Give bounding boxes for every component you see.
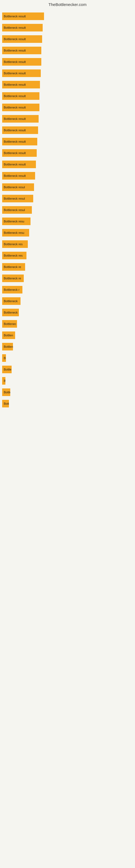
bar-row: Bottleneck res [2,239,135,250]
bar-label: Bottleneck re [4,277,21,280]
bottleneck-bar[interactable]: Bottleneck res [2,240,28,248]
bar-row: Bottleneck result [2,136,135,147]
bar-row: Bottleneck re [2,261,135,273]
bar-label: Bottleneck res [4,254,23,257]
bottleneck-bar[interactable]: Bottleneck result [2,58,41,66]
bar-label: Bottleneck resul [4,186,25,189]
bar-row: Bottleneck re [2,273,135,284]
bar-label: Bottleneck [4,300,17,303]
bar-row: Bottleneck result [2,22,135,33]
bottleneck-bar[interactable]: Bottleneck resu [2,229,29,237]
bar-row: Bottleneck result [2,90,135,102]
bottleneck-bar[interactable]: B [2,354,6,362]
bar-row: Bottlenec [2,318,135,330]
bar-row: Bottleneck result [2,79,135,90]
bar-row: Bottleneck r [2,284,135,296]
bottleneck-bar[interactable]: Bottleneck re [2,275,24,282]
bar-label: Bottlen [4,345,13,348]
bar-label: Bottleneck result [4,129,26,132]
bar-label: Bott [4,402,9,405]
bar-row: Bottleneck result [2,45,135,56]
bar-row: Bottleneck resul [2,204,135,216]
bottleneck-bar[interactable]: Bottleneck result [2,126,38,134]
bar-label: Bottleneck resul [4,197,25,200]
bar-label: Bottleneck result [4,174,26,177]
bar-label: Bottleneck result [4,49,26,52]
bar-label: Bottleneck [4,311,17,314]
bar-label: Bottleneck result [4,26,26,29]
bar-row: Bottle [2,386,135,398]
bar-row: Bottleneck resul [2,182,135,193]
bar-row: Bottleneck result [2,33,135,45]
bottleneck-bar[interactable]: Bottleneck result [2,12,44,20]
bar-label: Bottlenec [4,322,16,326]
bar-label: Bottleneck result [4,163,26,166]
bar-label: B [4,379,5,382]
bottleneck-bar[interactable]: Bottleneck resul [2,195,33,203]
bar-row: Bottle [2,364,135,375]
bar-label: Bottleneck result [4,37,26,41]
bar-row: Bottleneck result [2,170,135,182]
bar-row: B [2,375,135,386]
bar-label: Bottleneck result [4,72,26,75]
bottleneck-bar[interactable]: Bottleneck [2,297,20,305]
bottleneck-bar[interactable]: Bottleneck result [2,92,39,100]
bottleneck-bar[interactable]: Bott [2,400,9,407]
bar-row: Bottleneck [2,307,135,318]
bar-label: Bottle [4,368,11,371]
site-header: TheBottlenecker.com [0,0,135,8]
bottleneck-bar[interactable]: Bottleneck result [2,81,40,88]
bottleneck-bar[interactable]: Bottleneck r [2,286,22,293]
bar-row: Bottlen [2,341,135,352]
bar-row: Bott [2,398,135,409]
bar-label: Bottleneck result [4,140,26,143]
bars-container: Bottleneck resultBottleneck resultBottle… [0,8,135,409]
bottleneck-bar[interactable]: Bottleneck re [2,263,25,271]
bar-row: Bottleneck result [2,159,135,170]
bar-row: Bottleneck resu [2,227,135,239]
bar-row: Bottleneck result [2,113,135,124]
bottleneck-bar[interactable]: Bottleneck result [2,46,41,54]
bottleneck-bar[interactable]: Bottleneck res [2,252,27,259]
bottleneck-bar[interactable]: Bottleneck result [2,161,36,168]
bar-label: Bottleneck result [4,60,26,63]
bar-label: Bottleneck result [4,117,26,120]
bottleneck-bar[interactable]: Bottleneck resu [2,218,31,225]
bottleneck-bar[interactable]: Bottleneck result [2,172,35,180]
bar-row: Bottlen [2,330,135,341]
site-title: TheBottlenecker.com [0,0,135,8]
bottleneck-bar[interactable]: Bottleneck [2,309,19,316]
bottleneck-bar[interactable]: Bottleneck result [2,104,39,111]
bar-row: B [2,352,135,364]
bottleneck-bar[interactable]: Bottleneck result [2,138,37,145]
bar-label: Bottle [4,391,10,394]
bar-row: Bottleneck resul [2,193,135,204]
bar-row: Bottleneck result [2,102,135,113]
bottleneck-bar[interactable]: Bottleneck result [2,115,39,123]
bar-label: Bottleneck r [4,288,19,291]
bottleneck-bar[interactable]: Bottleneck resul [2,206,32,214]
bar-row: Bottleneck result [2,147,135,159]
bar-label: Bottleneck result [4,106,26,109]
bar-label: Bottlen [4,334,13,337]
bar-label: B [4,356,6,360]
bottleneck-bar[interactable]: Bottleneck result [2,69,41,77]
bottleneck-bar[interactable]: Bottlen [2,332,15,339]
bar-row: Bottleneck result [2,124,135,136]
bar-row: Bottleneck result [2,67,135,79]
bar-label: Bottleneck result [4,94,26,98]
bottleneck-bar[interactable]: Bottleneck result [2,35,42,43]
bottleneck-bar[interactable]: Bottlenec [2,320,17,328]
bar-row: Bottleneck res [2,250,135,261]
bottleneck-bar[interactable]: Bottle [2,366,12,373]
bar-label: Bottleneck result [4,14,26,18]
bottleneck-bar[interactable]: Bottleneck result [2,149,37,157]
bottleneck-bar[interactable]: Bottleneck resul [2,183,34,191]
bottleneck-bar[interactable]: Bottle [2,389,10,396]
bottleneck-bar[interactable]: Bottlen [2,343,13,350]
bar-row: Bottleneck resu [2,216,135,227]
bottleneck-bar[interactable]: B [2,377,5,384]
bar-label: Bottleneck res [4,243,23,246]
bottleneck-bar[interactable]: Bottleneck result [2,24,43,31]
bar-label: Bottleneck result [4,151,26,155]
